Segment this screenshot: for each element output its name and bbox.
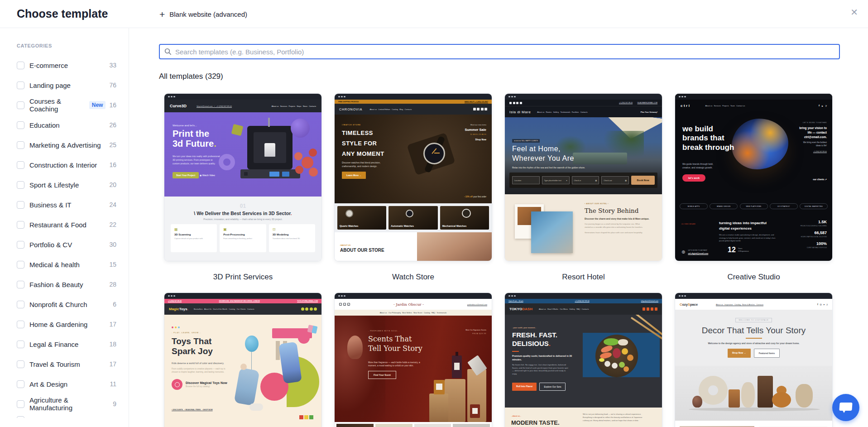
service-pills: MOBILE APPS BRAND DESIGN WEB PLATFORMS U… (680, 203, 828, 209)
sidebar-item-business-it[interactable]: Business & IT24 (0, 195, 129, 215)
facebook-icon: f (817, 303, 818, 306)
monitor-icon: ⊡ (273, 227, 312, 231)
checkbox[interactable] (17, 141, 24, 149)
twitter-icon (484, 108, 487, 110)
search-input[interactable] (175, 48, 839, 56)
sidebar-item-portfolio-cv[interactable]: Portfolio & CV30 (0, 235, 129, 254)
sidebar-item-construction-interior[interactable]: Construction & Interior16 (0, 155, 129, 175)
globe-icon: ⊕ (681, 249, 685, 254)
template-card-3d-print-services[interactable]: Curve3D 3d.print@email.com • +1 (234) 56… (164, 94, 321, 261)
checkbox[interactable] (17, 281, 24, 288)
hero-title: Decor That Tells Your Story (675, 326, 832, 336)
mock-logo: TOKYODASH (509, 307, 532, 311)
thumb-photo (414, 424, 451, 427)
facebook-icon (509, 102, 512, 104)
close-icon[interactable]: ✕ (850, 8, 858, 17)
youtube-icon (314, 307, 317, 311)
hero-body: We guide brands through bold, creative, … (682, 163, 713, 169)
browser-chrome (335, 293, 492, 299)
checkout-field: Check-out▦ (601, 176, 629, 184)
hero-title: Scents That Tell Your Story (368, 335, 422, 354)
mock-nav-strip: About us Our Philosophy Best Sellers New… (335, 310, 492, 316)
sidebar-item-art-design[interactable]: Art & Design11 (0, 374, 129, 394)
checkbox[interactable] (17, 341, 24, 348)
plush-toy-shape (240, 364, 247, 370)
mock-hero: Welcome and let's... Print the3d Future.… (164, 112, 321, 197)
template-card-toys[interactable]: +1 (234) 567-89-00 SHOWROOM: 3254 RANDMO… (164, 293, 321, 427)
sidebar-item-education[interactable]: Education26 (0, 115, 129, 135)
checkbox[interactable] (17, 121, 24, 129)
mock-email: jardinobscur@email.com (467, 303, 487, 306)
mock-hero: - your sushi, your moment - FRESH. FAST.… (505, 315, 662, 408)
search-icon (164, 48, 172, 55)
wood-cylinder (729, 389, 740, 408)
sidebar-item-travel-tourism[interactable]: Travel & Tourism17 (0, 354, 129, 374)
sidebar-item-ecommerce[interactable]: E-commerce33 (0, 55, 129, 75)
checkbox[interactable] (17, 380, 24, 388)
tile-automatic: Automatic Watches (388, 206, 437, 230)
mock-topbar: +1 (234) 567-89-00 SHOWROOM: 3254 RANDMO… (164, 299, 321, 303)
chat-widget-button[interactable] (832, 394, 859, 421)
blank-website-button[interactable]: + Blank website (advanced) (159, 0, 247, 28)
sidebar-item-restaurant-food[interactable]: Restaurant & Food22 (0, 215, 129, 235)
checkbox[interactable] (17, 261, 24, 269)
pedestal-shape (429, 393, 448, 422)
checkbox[interactable] (17, 400, 24, 408)
sidebar-item-medical-health[interactable]: Medical & health15 (0, 254, 129, 274)
balloon-shape (245, 336, 259, 352)
checkbox[interactable] (17, 201, 24, 209)
watch-face (423, 143, 445, 164)
thumb-photo (336, 424, 374, 427)
checkbox[interactable] (17, 241, 24, 249)
sidebar-item-legal-finance[interactable]: Legal & Finance18 (0, 334, 129, 354)
checkbox[interactable] (17, 101, 24, 109)
cube-shape (231, 124, 244, 136)
page-title: Choose template (17, 7, 108, 20)
sidebar-item-fashion-beauty[interactable]: Fashion & Beauty28 (0, 274, 129, 294)
child-figure (234, 368, 260, 406)
template-card-perfume[interactable]: f ◎ ▸ - Jardin Obscur - jardinobscur@ema… (335, 293, 492, 427)
checkbox[interactable] (17, 301, 24, 308)
checkbox[interactable] (17, 62, 24, 69)
checkbox[interactable] (17, 82, 24, 89)
social-icons (643, 307, 658, 311)
tall-wood-vase (758, 376, 773, 408)
browser-chrome (164, 293, 321, 299)
ginger (618, 339, 628, 345)
chat-bubble-icon (839, 403, 852, 411)
cloud-shape (249, 403, 263, 411)
checkbox[interactable] (17, 221, 24, 229)
balloon-string (251, 352, 252, 370)
sidebar-item-nonprofit-church[interactable]: Nonprofit & Church6 (0, 294, 129, 314)
sphere-shape (291, 119, 310, 138)
template-card-resort-hotel[interactable]: +1 (234) 567-89-00 ISLADIMARE@EMAIL.COM … (505, 94, 662, 261)
template-card-watch-store[interactable]: FREE SHIPPING FROM $20 NEED HELP? +1 (80… (335, 94, 492, 261)
sidebar-item-home-gardening[interactable]: Home & Gardening17 (0, 314, 129, 334)
checkbox[interactable] (17, 360, 24, 368)
sidebar-item-marketing-advertising[interactable]: Marketing & Advertising25 (0, 135, 129, 155)
sidebar-item-agriculture-manufacturing[interactable]: Agriculture & Manufacturing9 (0, 394, 129, 414)
footer-contact: ⊕ LET'S WORK TOGETHER! ctrl-digital@emai… (681, 249, 708, 254)
mock-logo: ctrl (681, 104, 691, 108)
wolf-figure (264, 143, 275, 157)
template-card-decor[interactable]: CozySpace About us Inspiration Catalog N… (675, 293, 832, 427)
mock-logo: Curve3D (170, 104, 187, 108)
social-icons: f ◎ ▸ (339, 303, 350, 306)
checkbox[interactable] (17, 161, 24, 169)
scan-icon: ▦ (174, 227, 213, 231)
instagram-icon (647, 307, 650, 311)
mock-header: CozySpace About us Inspiration Catalog N… (675, 299, 832, 310)
checkbox[interactable] (17, 321, 24, 328)
sidebar-item-landing-page[interactable]: Landing page76 (0, 75, 129, 95)
mock-header: MagicToys. Bestsellers About Us Deal of … (164, 303, 321, 315)
sidebar-item-courses-coaching[interactable]: Courses & CoachingNew16 (0, 95, 129, 115)
hero-title: Feel at Home,Wherever You Are (512, 144, 574, 163)
chat-bubble-tail (842, 410, 846, 413)
checkbox[interactable] (17, 181, 24, 189)
twitter-icon: y (827, 303, 828, 306)
sidebar-item-sport-lifestyle[interactable]: Sport & Lifestyle20 (0, 175, 129, 195)
youtube-icon (481, 108, 484, 110)
pink-circle-shape (298, 332, 310, 344)
template-card-creative-studio[interactable]: ctrl About us Services Projects Team Con… (675, 94, 832, 261)
template-card-sushi[interactable]: Open 8 am - 10 pm +1 (234) 567 89 00 tok… (505, 293, 662, 427)
